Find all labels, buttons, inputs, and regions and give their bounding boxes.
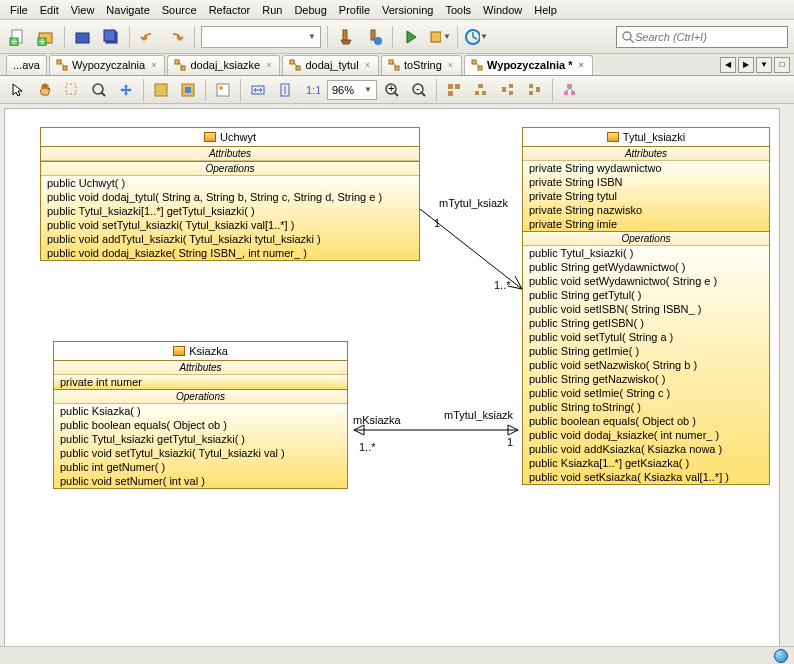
tab-wypozyczalnia[interactable]: Wypozyczalnia× [49, 55, 166, 75]
member-row[interactable]: public void setTytul_ksiazki( Tytul_ksia… [54, 446, 347, 460]
close-icon[interactable]: × [576, 60, 585, 70]
member-row[interactable]: private String ISBN [523, 175, 769, 189]
close-icon[interactable]: × [363, 60, 372, 70]
member-row[interactable]: private int numer [54, 375, 347, 389]
member-row[interactable]: public void dodaj_tytul( String a, Strin… [41, 190, 419, 204]
redo-button[interactable] [164, 25, 188, 49]
search-input[interactable] [635, 31, 783, 43]
save-all-button[interactable] [99, 25, 123, 49]
profile-button[interactable]: ▼ [464, 25, 488, 49]
member-row[interactable]: public String getISBN( ) [523, 316, 769, 330]
menu-navigate[interactable]: Navigate [100, 2, 155, 17]
member-row[interactable]: public boolean equals( Object ob ) [523, 414, 769, 428]
member-row[interactable]: public Ksiazka( ) [54, 404, 347, 418]
member-row[interactable]: public String toString( ) [523, 400, 769, 414]
tab-list-button[interactable]: ▼ [756, 57, 772, 73]
member-row[interactable]: public void addTytul_ksiazki( Tytul_ksia… [41, 232, 419, 246]
menu-run[interactable]: Run [256, 2, 288, 17]
class-uchwyt[interactable]: Uchwyt Attributes Operations public Uchw… [40, 127, 420, 261]
close-icon[interactable]: × [446, 60, 455, 70]
member-row[interactable]: public String getWydawnictwo( ) [523, 260, 769, 274]
member-row[interactable]: public void setNumer( int val ) [54, 474, 347, 488]
member-row[interactable]: private String imie [523, 217, 769, 231]
member-row[interactable]: public void dodaj_ksiazke( String ISBN_,… [41, 246, 419, 260]
menu-edit[interactable]: Edit [34, 2, 65, 17]
menu-debug[interactable]: Debug [288, 2, 332, 17]
menu-versioning[interactable]: Versioning [376, 2, 439, 17]
interactive-zoom-tool[interactable] [87, 78, 111, 102]
zoom-combo[interactable]: 96%▼ [327, 80, 377, 100]
member-row[interactable]: private String wydawnictwo [523, 161, 769, 175]
member-row[interactable]: public Tytul_ksiazki getTytul_ksiazki( ) [54, 432, 347, 446]
search-box[interactable] [616, 26, 788, 48]
config-combo[interactable]: ▼ [201, 26, 321, 48]
zoom-out-button[interactable]: - [407, 78, 431, 102]
pan-tool[interactable] [33, 78, 57, 102]
layout-3-button[interactable] [496, 78, 520, 102]
build-button[interactable] [334, 25, 358, 49]
class-tytul-ksiazki[interactable]: Tytul_ksiazki Attributes private String … [522, 127, 770, 485]
member-row[interactable]: public void setImie( String c ) [523, 386, 769, 400]
globe-icon[interactable] [774, 649, 788, 663]
menu-source[interactable]: Source [156, 2, 203, 17]
member-row[interactable]: private String nazwisko [523, 203, 769, 217]
fit-height-button[interactable] [273, 78, 297, 102]
member-row[interactable]: public void setWydawnictwo( String e ) [523, 274, 769, 288]
maximize-button[interactable]: □ [774, 57, 790, 73]
select-tool[interactable] [6, 78, 30, 102]
class-ksiazka[interactable]: Ksiazka Attributes private int numer Ope… [53, 341, 348, 489]
member-row[interactable]: public void dodaj_ksiazke( int numer_ ) [523, 428, 769, 442]
tab-dodaj-tytul[interactable]: dodaj_tytul× [282, 55, 378, 75]
zoom-in-button[interactable]: + [380, 78, 404, 102]
member-row[interactable]: public Ksiazka[1..*] getKsiazka( ) [523, 456, 769, 470]
actual-size-button[interactable]: 1:1 [300, 78, 324, 102]
member-row[interactable]: public void setTytul( String a ) [523, 330, 769, 344]
undo-button[interactable] [136, 25, 160, 49]
member-row[interactable]: public void setTytul_ksiazki( Tytul_ksia… [41, 218, 419, 232]
close-icon[interactable]: × [149, 60, 158, 70]
menu-help[interactable]: Help [528, 2, 563, 17]
member-row[interactable]: public Uchwyt( ) [41, 176, 419, 190]
member-row[interactable]: public void setISBN( String ISBN_ ) [523, 302, 769, 316]
member-row[interactable]: public String getImie( ) [523, 344, 769, 358]
apply-layout-button[interactable] [558, 78, 582, 102]
new-project-button[interactable]: + [34, 25, 58, 49]
tab-dodaj-ksiazke[interactable]: dodaj_ksiazke× [167, 55, 280, 75]
tab-next-button[interactable]: ▶ [738, 57, 754, 73]
layout-1-button[interactable] [442, 78, 466, 102]
tab-prev-button[interactable]: ◀ [720, 57, 736, 73]
fit-selection-button[interactable] [176, 78, 200, 102]
member-row[interactable]: public void addKsiazka( Ksiazka nowa ) [523, 442, 769, 456]
layout-2-button[interactable] [469, 78, 493, 102]
layout-4-button[interactable] [523, 78, 547, 102]
fit-diagram-button[interactable] [149, 78, 173, 102]
member-row[interactable]: public Tytul_ksiazki( ) [523, 246, 769, 260]
member-row[interactable]: public void setKsiazka( Ksiazka val[1..*… [523, 470, 769, 484]
debug-button[interactable]: ▼ [427, 25, 451, 49]
clean-build-button[interactable] [362, 25, 386, 49]
member-row[interactable]: public boolean equals( Object ob ) [54, 418, 347, 432]
member-row[interactable]: public String getTytul( ) [523, 288, 769, 302]
close-icon[interactable]: × [264, 60, 273, 70]
open-button[interactable] [71, 25, 95, 49]
member-row[interactable]: public String getNazwisko( ) [523, 372, 769, 386]
member-row[interactable]: public int getNumer( ) [54, 460, 347, 474]
menu-profile[interactable]: Profile [333, 2, 376, 17]
menu-window[interactable]: Window [477, 2, 528, 17]
menu-tools[interactable]: Tools [439, 2, 477, 17]
tab-wypozyczalnia--[interactable]: Wypozyczalnia *× [464, 55, 593, 75]
member-row[interactable]: public Tytul_ksiazki[1..*] getTytul_ksia… [41, 204, 419, 218]
tab-tostring[interactable]: toString× [381, 55, 462, 75]
menu-refactor[interactable]: Refactor [203, 2, 257, 17]
export-image-button[interactable] [211, 78, 235, 102]
run-button[interactable] [399, 25, 423, 49]
marquee-zoom-tool[interactable] [60, 78, 84, 102]
menu-view[interactable]: View [65, 2, 101, 17]
move-tool[interactable] [114, 78, 138, 102]
tab----ava[interactable]: ...ava [6, 55, 47, 75]
menu-file[interactable]: File [4, 2, 34, 17]
fit-width-button[interactable] [246, 78, 270, 102]
member-row[interactable]: private String tytul [523, 189, 769, 203]
member-row[interactable]: public void setNazwisko( String b ) [523, 358, 769, 372]
new-file-button[interactable]: + [6, 25, 30, 49]
